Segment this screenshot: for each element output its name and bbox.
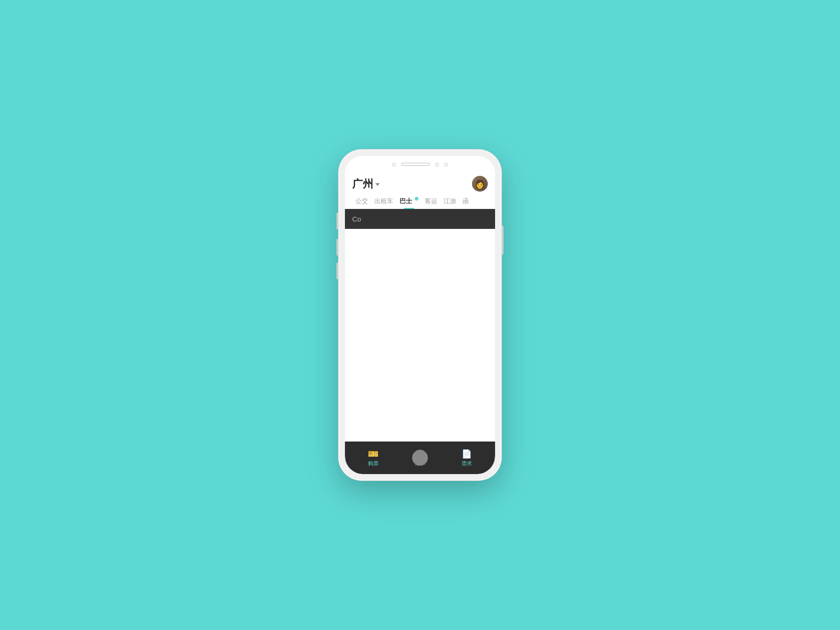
demand-icon: 📄 — [461, 449, 472, 459]
demand-label: 需求 — [461, 460, 472, 467]
main-content — [345, 229, 495, 442]
search-text: Co — [352, 215, 361, 223]
bottom-nav: 🎫 购票 📋 订单 📄 需求 — [345, 442, 495, 474]
sensor-dot2 — [444, 163, 448, 166]
tab-bus[interactable]: 公交 — [352, 195, 371, 209]
app-header: 广州 👩 公交 出租车 巴士 — [345, 173, 495, 209]
speaker-slot — [401, 163, 430, 166]
avatar[interactable]: 👩 — [472, 176, 488, 192]
tab-taxi[interactable]: 出租车 — [371, 195, 396, 209]
notch-area — [392, 163, 448, 166]
sensor-dot — [435, 163, 439, 166]
bottom-nav-demand[interactable]: 📄 需求 — [443, 449, 490, 467]
phone-device: 广州 👩 公交 出租车 巴士 — [339, 150, 501, 480]
search-bar[interactable]: Co — [345, 209, 495, 229]
camera-dot — [392, 163, 396, 166]
phone-screen: 广州 👩 公交 出租车 巴士 — [345, 156, 495, 474]
tab-keyun[interactable]: 客运 — [422, 195, 440, 209]
tab-jiangyou[interactable]: 江游 — [440, 195, 459, 209]
dropdown-arrow-icon — [375, 183, 380, 186]
city-name-text: 广州 — [352, 177, 373, 191]
city-selector[interactable]: 广州 — [352, 177, 380, 191]
status-bar — [345, 156, 495, 173]
home-button[interactable] — [412, 450, 428, 466]
tickets-icon: 🎫 — [368, 449, 379, 459]
tab-badge — [415, 197, 418, 201]
tab-bashi[interactable]: 巴士 — [396, 195, 422, 209]
tab-more[interactable]: 函 — [459, 195, 472, 209]
bottom-nav-tickets[interactable]: 🎫 购票 — [350, 449, 397, 467]
nav-tabs: 公交 出租车 巴士 客运 江游 函 — [352, 195, 488, 209]
avatar-image: 👩 — [475, 179, 485, 189]
tickets-label: 购票 — [368, 460, 379, 467]
header-top: 广州 👩 — [352, 176, 488, 192]
